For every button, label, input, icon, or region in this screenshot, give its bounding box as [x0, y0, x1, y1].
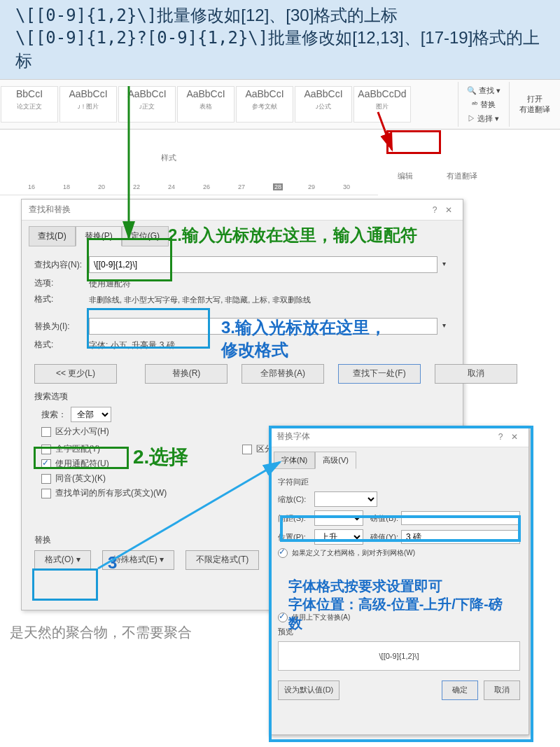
style-item[interactable]: AaBbCcIᴊ公式: [295, 86, 352, 123]
scale-select[interactable]: [314, 491, 377, 507]
close-icon[interactable]: ✕: [442, 205, 456, 215]
less-button[interactable]: << 更少(L): [34, 364, 117, 384]
scale-label: 缩放(C):: [278, 494, 314, 505]
close-icon[interactable]: ✕: [507, 432, 522, 442]
style-item[interactable]: AaBbCcDd图片: [354, 86, 411, 123]
regex-1: \[[0-9]{1,2}\]: [15, 6, 157, 25]
tab-goto[interactable]: 定位(G): [122, 226, 169, 246]
chevron-down-icon[interactable]: ▾: [437, 256, 450, 273]
position-by-input[interactable]: [401, 530, 520, 544]
chevron-down-icon[interactable]: ▾: [437, 318, 450, 335]
preview-box: \[[0-9]{1,2}\]: [278, 641, 520, 671]
ribbon-youdao-group: 打开 有道翻译: [509, 82, 560, 127]
style-item[interactable]: AaBbCcIᴊ正文: [118, 86, 176, 123]
annotation-3-line2: 修改格式: [221, 339, 288, 361]
search-options-heading: 搜索选项: [34, 391, 450, 403]
select-button[interactable]: ▷ 选择 ▾: [465, 113, 502, 125]
search-direction-select[interactable]: 全部: [71, 407, 111, 422]
annotation-num3: 3: [108, 553, 117, 573]
set-default-button[interactable]: 设为默认值(D): [278, 680, 340, 700]
replace-button[interactable]: ᵃᵇ 替换: [469, 99, 498, 111]
format-value: 非删除线, 非小型大写字母, 非全部大写, 非隐藏, 上标, 非双删除线: [89, 295, 311, 305]
highlight-replace-ribbon: [386, 130, 441, 154]
char-spacing-heading: 字符间距: [278, 477, 520, 487]
spacing-by-label: 磅值(B):: [363, 513, 398, 524]
replace-all-button[interactable]: 全部替换(A): [241, 364, 324, 384]
dialog2-titlebar[interactable]: 替换字体 ? ✕: [270, 426, 528, 447]
ok-button[interactable]: 确定: [442, 680, 478, 700]
regex-2: \[[0-9]{1,2}?[0-9]{1,2}\]: [15, 28, 268, 48]
annotation-font-note-l2: 字体位置：高级-位置-上升/下降-磅数: [288, 595, 512, 633]
options-value: 使用通配符: [89, 278, 131, 290]
position-label: 位置(P):: [278, 532, 314, 543]
tab-find[interactable]: 查找(D): [29, 226, 76, 246]
dialog-title: 查找和替换: [29, 204, 71, 216]
annotation-select: 2.选择: [133, 444, 188, 470]
annotation-2-input-here: 2.输入光标放在这里，输入通配符: [168, 224, 417, 246]
style-item[interactable]: AaBbCcI表格: [177, 86, 234, 123]
find-next-button[interactable]: 查找下一处(F): [338, 364, 421, 384]
checkbox-all-forms[interactable]: 查找单词的所有形式(英文)(W): [41, 487, 242, 499]
style-item[interactable]: AaBbCcI参考文献: [236, 86, 293, 123]
options-label: 选项:: [34, 277, 89, 289]
replace-with-label: 替换为(I):: [34, 321, 89, 333]
find-input[interactable]: [89, 256, 450, 273]
dialog-titlebar[interactable]: 查找和替换 ? ✕: [22, 200, 463, 221]
annotation-font-note-l1: 字体格式按要求设置即可: [288, 577, 442, 596]
tab-font[interactable]: 字体(N): [274, 452, 315, 469]
youdao-group-label: 有道翻译: [447, 171, 477, 181]
repl-format-value: 字体: 小五, 升高量 3 磅: [89, 340, 175, 351]
replace-one-button[interactable]: 替换(R): [145, 364, 227, 384]
dialog-help-icon[interactable]: ?: [493, 432, 507, 442]
spacing-select[interactable]: [314, 510, 363, 526]
styles-group-label: 样式: [161, 153, 176, 163]
instruction-header: \[[0-9]{1,2}\]批量修改如[12]、[30]格式的上标 \[[0-9…: [0, 0, 560, 79]
youdao-button[interactable]: 打开 有道翻译: [517, 93, 553, 116]
repl-format-label: 格式:: [34, 339, 89, 351]
annotation-3-line1: 3.输入光标放在这里，: [221, 316, 386, 339]
cancel-button2[interactable]: 取消: [484, 680, 520, 700]
style-item[interactable]: AaBbCcIᴊ ! 图片: [59, 86, 117, 123]
search-direction-label: 搜索：: [41, 409, 66, 421]
dialog2-title: 替换字体: [276, 431, 310, 442]
find-label: 查找内容(N):: [34, 259, 89, 271]
spacing-label: 间距(S):: [278, 513, 314, 524]
no-formatting-button[interactable]: 不限定格式(T): [186, 550, 259, 570]
style-item[interactable]: BbCcI论文正文: [1, 86, 58, 123]
dialog-help-icon[interactable]: ?: [428, 205, 442, 215]
edit-group-label: 编辑: [398, 171, 413, 181]
find-button[interactable]: 🔍 查找 ▾: [464, 85, 503, 97]
checkbox-sounds-like[interactable]: 同音(英文)(K): [41, 473, 242, 484]
styles-gallery[interactable]: BbCcI论文正文 AaBbCcIᴊ ! 图片 AaBbCcIᴊ正文 AaBbC…: [0, 85, 458, 124]
ruler: 16 18 20 22 24 26 27 28 29 30: [0, 182, 378, 195]
format-label: 格式:: [34, 293, 89, 305]
ribbon-edit-group: 🔍 查找 ▾ ᵃᵇ 替换 ▷ 选择 ▾: [458, 82, 509, 127]
tab-replace[interactable]: 替换(P): [76, 226, 122, 246]
checkbox-snap-grid[interactable]: 如果定义了文档网格，则对齐到网格(W): [278, 548, 520, 558]
position-by-label: 磅值(Y):: [363, 532, 398, 543]
format-menu-button[interactable]: 格式(O) ▾: [34, 550, 91, 570]
cancel-button[interactable]: 取消: [435, 364, 517, 384]
document-text-behind: 是天然的聚合物，不需要聚合: [10, 623, 192, 642]
spacing-by-input[interactable]: [401, 511, 520, 525]
tab-advanced[interactable]: 高级(V): [315, 452, 356, 469]
word-ribbon: BbCcI论文正文 AaBbCcIᴊ ! 图片 AaBbCcIᴊ正文 AaBbC…: [0, 79, 560, 130]
position-select[interactable]: 上升: [314, 529, 363, 545]
